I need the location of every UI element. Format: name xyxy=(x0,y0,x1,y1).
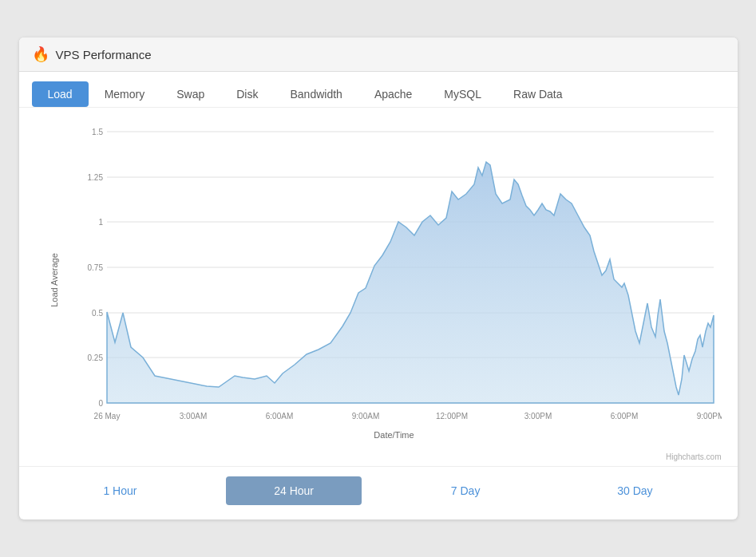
range-7day[interactable]: 7 Day xyxy=(403,476,528,505)
tab-bandwidth[interactable]: Bandwidth xyxy=(274,81,358,107)
page-title: VPS Performance xyxy=(56,48,152,61)
svg-text:0.5: 0.5 xyxy=(92,309,103,318)
svg-text:0: 0 xyxy=(98,399,103,408)
svg-text:1.25: 1.25 xyxy=(87,173,103,182)
highcharts-credit: Highcharts.com xyxy=(19,452,738,466)
tab-load[interactable]: Load xyxy=(32,81,89,107)
svg-text:1: 1 xyxy=(98,218,103,227)
svg-text:9:00PM: 9:00PM xyxy=(696,412,721,421)
card-header: 🔥 VPS Performance xyxy=(19,38,738,72)
tab-raw-data[interactable]: Raw Data xyxy=(497,81,578,107)
svg-text:6:00PM: 6:00PM xyxy=(610,412,637,421)
svg-text:9:00AM: 9:00AM xyxy=(351,412,378,421)
tab-bar: Load Memory Swap Disk Bandwidth Apache M… xyxy=(19,72,738,108)
svg-text:26 May: 26 May xyxy=(93,412,120,421)
svg-text:0.75: 0.75 xyxy=(87,263,103,272)
tab-swap[interactable]: Swap xyxy=(160,81,220,107)
range-24hour[interactable]: 24 Hour xyxy=(226,476,362,505)
x-axis-label: Date/Time xyxy=(67,427,722,444)
svg-text:3:00AM: 3:00AM xyxy=(179,412,206,421)
flame-icon: 🔥 xyxy=(32,45,49,63)
svg-text:0.25: 0.25 xyxy=(87,354,103,362)
range-30day[interactable]: 30 Day xyxy=(569,476,700,505)
chart-container: 0 0.25 0.5 0.75 1 1.25 1.5 26 May 3:00AM… xyxy=(67,124,722,427)
tab-mysql[interactable]: MySQL xyxy=(428,81,497,107)
range-1hour[interactable]: 1 Hour xyxy=(55,476,184,505)
svg-text:1.5: 1.5 xyxy=(92,128,103,136)
tab-memory[interactable]: Memory xyxy=(89,81,161,107)
tab-apache[interactable]: Apache xyxy=(358,81,428,107)
chart-svg: 0 0.25 0.5 0.75 1 1.25 1.5 26 May 3:00AM… xyxy=(67,124,722,427)
tab-disk[interactable]: Disk xyxy=(220,81,274,107)
y-axis-label: Load Average xyxy=(49,253,58,307)
time-range-bar: 1 Hour 24 Hour 7 Day 30 Day xyxy=(19,466,738,519)
svg-text:3:00PM: 3:00PM xyxy=(524,412,551,421)
main-card: 🔥 VPS Performance Load Memory Swap Disk … xyxy=(19,38,738,519)
svg-text:12:00PM: 12:00PM xyxy=(435,412,467,421)
chart-area: Load Average 0 0.25 0.5 0.75 1 1.25 1.5 xyxy=(19,108,738,452)
svg-text:6:00AM: 6:00AM xyxy=(265,412,292,421)
